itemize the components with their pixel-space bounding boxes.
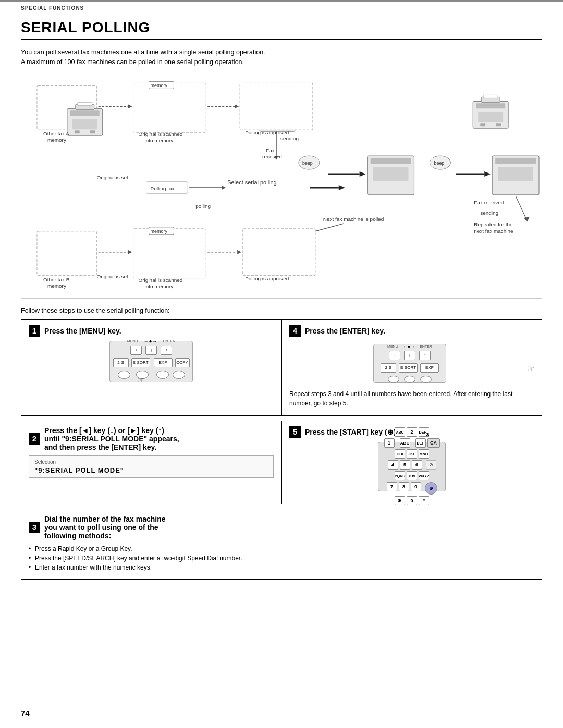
svg-rect-1 bbox=[25, 77, 54, 82]
diagram-area: Other fax A memory memory Original is sc… bbox=[21, 75, 542, 299]
step4-num: 4 bbox=[289, 325, 301, 337]
svg-marker-55 bbox=[339, 185, 345, 190]
svg-text:Polling is approved: Polling is approved bbox=[245, 130, 289, 135]
numeric-keypad: ABC 2 DEF3 1 ABC DEF CA GHI JKL bbox=[378, 442, 446, 491]
step3-bullets: Press a Rapid Key or a Group Key. Press … bbox=[29, 544, 534, 572]
svg-rect-31 bbox=[371, 158, 411, 164]
step1-title: Press the [MENU] key. bbox=[44, 327, 121, 335]
svg-text:Repeated for the: Repeated for the bbox=[474, 221, 513, 227]
svg-text:next fax machine: next fax machine bbox=[474, 228, 513, 233]
svg-rect-5 bbox=[30, 75, 48, 76]
step2-box: 2 Press the [◄] key (↓) or [►] key (↑) u… bbox=[21, 421, 282, 504]
content: SERIAL POLLING You can poll several fax … bbox=[0, 19, 563, 601]
svg-marker-11 bbox=[128, 104, 132, 108]
step3-header: 3 Dial the number of the fax machine you… bbox=[29, 515, 534, 540]
step4-note: Repeat steps 3 and 4 until all numbers h… bbox=[289, 389, 534, 408]
svg-marker-68 bbox=[237, 250, 241, 254]
svg-marker-52 bbox=[222, 186, 226, 190]
svg-text:polling: polling bbox=[195, 203, 211, 208]
step1-control-panel: MENU ←●→ ENTER ↓ | ↑ 2-S E-SORT EXP COPY bbox=[109, 341, 193, 382]
step4-box: 4 Press the [ENTER] key. MENU ←●→ ENTER … bbox=[282, 319, 542, 416]
svg-rect-3 bbox=[29, 97, 34, 100]
svg-text:Original is scanned: Original is scanned bbox=[139, 131, 183, 137]
svg-text:Polling fax: Polling fax bbox=[151, 185, 175, 191]
svg-text:memory: memory bbox=[47, 282, 66, 288]
svg-text:beep: beep bbox=[434, 161, 444, 166]
svg-text:Next fax machine is polled: Next fax machine is polled bbox=[323, 216, 384, 221]
svg-marker-18 bbox=[235, 104, 239, 108]
svg-marker-36 bbox=[484, 171, 491, 177]
svg-text:memory: memory bbox=[47, 137, 66, 143]
svg-text:Other fax B: Other fax B bbox=[43, 276, 70, 282]
svg-text:sending: sending bbox=[480, 209, 498, 215]
steps-grid-2: 2 Press the [◄] key (↓) or [►] key (↑) u… bbox=[21, 421, 542, 504]
svg-text:Original is scanned: Original is scanned bbox=[139, 277, 183, 282]
page: SPECIAL FUNCTIONS SERIAL POLLING You can… bbox=[0, 0, 563, 728]
svg-rect-69 bbox=[242, 228, 315, 275]
svg-rect-39 bbox=[498, 167, 533, 181]
svg-text:Original is set: Original is set bbox=[96, 273, 128, 279]
step1-header: 1 Press the [MENU] key. bbox=[29, 325, 274, 337]
svg-text:sending: sending bbox=[280, 135, 299, 141]
svg-text:Select serial polling: Select serial polling bbox=[227, 179, 277, 186]
svg-marker-29 bbox=[360, 171, 366, 177]
step3-bullet-1: Press a Rapid Key or a Group Key. bbox=[29, 544, 534, 553]
steps-grid: 1 Press the [MENU] key. MENU ←●→ ENTER ↓… bbox=[21, 319, 542, 416]
follow-text: Follow these steps to use the serial pol… bbox=[21, 307, 542, 314]
step4-control-panel: MENU ←●→ ENTER ↓ | ↑ 2-S E-SORT EXP bbox=[373, 344, 446, 383]
svg-text:memory: memory bbox=[151, 228, 168, 233]
svg-text:into memory: into memory bbox=[145, 138, 174, 143]
page-title: SERIAL POLLING bbox=[21, 19, 542, 40]
step3-bullet-3: Enter a fax number with the numeric keys… bbox=[29, 563, 534, 572]
svg-text:into memory: into memory bbox=[145, 283, 174, 289]
svg-marker-48 bbox=[524, 216, 530, 221]
svg-rect-57 bbox=[37, 231, 97, 275]
header-bar: SPECIAL FUNCTIONS bbox=[0, 0, 563, 14]
step2-title: Press the [◄] key (↓) or [►] key (↑) unt… bbox=[44, 426, 179, 451]
step3-bullet-2: Press the [SPEED/SEARCH] key and enter a… bbox=[29, 553, 534, 563]
svg-text:memory: memory bbox=[151, 83, 168, 88]
selection-value: "9:SERIAL POLL MODE" bbox=[34, 466, 268, 474]
svg-text:Other fax A: Other fax A bbox=[43, 131, 69, 137]
step5-num: 5 bbox=[289, 426, 301, 438]
svg-text:Polling is approved: Polling is approved bbox=[245, 275, 289, 281]
svg-rect-62 bbox=[133, 228, 206, 278]
step3-box: 3 Dial the number of the fax machine you… bbox=[21, 510, 542, 580]
svg-text:Fax received: Fax received bbox=[474, 199, 504, 205]
svg-rect-38 bbox=[495, 158, 536, 164]
step4-title: Press the [ENTER] key. bbox=[305, 327, 385, 335]
step2-header: 2 Press the [◄] key (↓) or [►] key (↑) u… bbox=[29, 426, 274, 451]
svg-text:beep: beep bbox=[302, 161, 313, 166]
step5-title: Press the [START] key (⊕). bbox=[305, 428, 398, 436]
step1-box: 1 Press the [MENU] key. MENU ←●→ ENTER ↓… bbox=[21, 319, 282, 416]
svg-text:received: received bbox=[262, 154, 282, 159]
step2-num: 2 bbox=[29, 433, 40, 445]
svg-text:Fax: Fax bbox=[266, 147, 275, 153]
step4-header: 4 Press the [ENTER] key. bbox=[289, 325, 534, 337]
svg-rect-32 bbox=[373, 167, 409, 181]
section-label: SPECIAL FUNCTIONS bbox=[21, 5, 84, 11]
page-number: 74 bbox=[21, 709, 30, 718]
step5-box: 5 Press the [START] key (⊕). ABC 2 DEF3 … bbox=[282, 421, 542, 504]
svg-rect-12 bbox=[133, 83, 206, 132]
selection-box: Selection "9:SERIAL POLL MODE" bbox=[29, 455, 274, 478]
svg-rect-19 bbox=[240, 83, 313, 130]
diagram-svg: Other fax A memory memory Original is sc… bbox=[21, 75, 542, 299]
svg-marker-61 bbox=[128, 250, 132, 254]
selection-label: Selection bbox=[34, 459, 268, 465]
intro-text: You can poll several fax machines one at… bbox=[21, 47, 542, 67]
step1-num: 1 bbox=[29, 325, 40, 337]
svg-text:Original is set: Original is set bbox=[96, 175, 128, 180]
svg-line-47 bbox=[516, 195, 526, 218]
step3-title: Dial the number of the fax machine you w… bbox=[44, 515, 166, 540]
step3-num: 3 bbox=[29, 522, 40, 533]
